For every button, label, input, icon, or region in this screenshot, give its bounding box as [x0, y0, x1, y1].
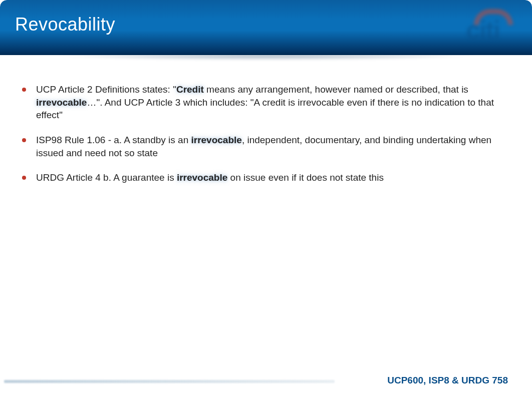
slide-content: UCP Article 2 Definitions states: "Credi…	[0, 69, 532, 184]
slide-footer: UCP600, ISP8 & URDG 758	[0, 371, 532, 393]
footer-divider	[4, 380, 335, 383]
header-shadow	[0, 55, 532, 69]
bold-term: irrevocable	[177, 172, 227, 183]
slide: Revocability citi UCP Article 2 Definiti…	[0, 0, 532, 399]
bold-term: Credit	[176, 84, 204, 95]
text-segment: on issue even if it does not state this	[227, 172, 384, 183]
slide-header: Revocability citi	[0, 0, 532, 55]
bold-term: irrevocable	[36, 97, 87, 108]
text-segment: …". And UCP Article 3 which includes: "A…	[36, 97, 494, 121]
text-segment: UCP Article 2 Definitions states: "	[36, 84, 176, 95]
bullet-list: UCP Article 2 Definitions states: "Credi…	[22, 83, 512, 184]
list-item: UCP Article 2 Definitions states: "Credi…	[22, 83, 512, 122]
list-item: ISP98 Rule 1.06 - a. A standby is an irr…	[22, 134, 512, 159]
text-segment: URDG Article 4 b. A guarantee is	[36, 172, 177, 183]
brand-logo: citi	[466, 9, 521, 45]
bold-term: irrevocable	[191, 135, 241, 145]
footer-label: UCP600, ISP8 & URDG 758	[387, 375, 508, 386]
list-item: URDG Article 4 b. A guarantee is irrevoc…	[22, 171, 512, 184]
slide-title: Revocability	[15, 14, 517, 35]
logo-text: citi	[466, 15, 499, 45]
text-segment: means any arrangement, however named or …	[204, 84, 468, 95]
text-segment: ISP98 Rule 1.06 - a. A standby is an	[36, 135, 191, 145]
